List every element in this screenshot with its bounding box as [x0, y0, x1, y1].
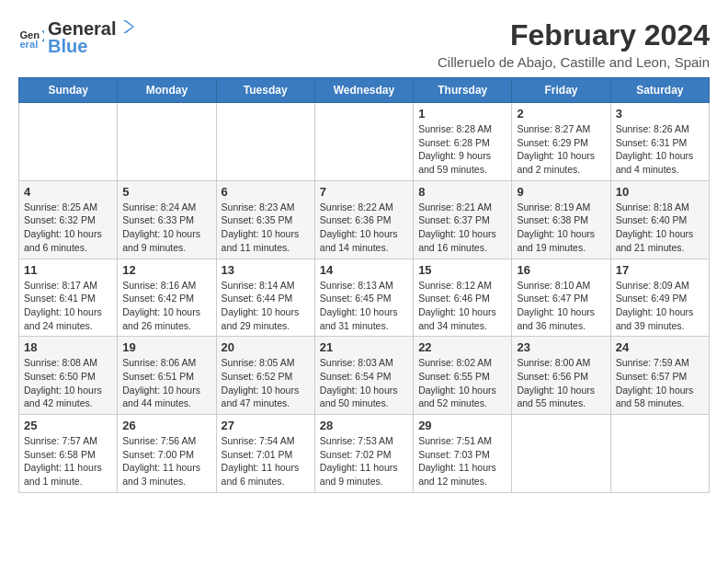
calendar-cell: 24Sunrise: 7:59 AMSunset: 6:57 PMDayligh…: [610, 337, 709, 415]
day-info: Sunrise: 8:12 AMSunset: 6:46 PMDaylight:…: [418, 279, 506, 333]
calendar-cell: 28Sunrise: 7:53 AMSunset: 7:02 PMDayligh…: [314, 415, 413, 493]
calendar-cell: 22Sunrise: 8:02 AMSunset: 6:55 PMDayligh…: [414, 337, 512, 415]
day-info: Sunrise: 8:02 AMSunset: 6:55 PMDaylight:…: [418, 356, 506, 410]
day-info: Sunrise: 8:27 AMSunset: 6:29 PMDaylight:…: [517, 122, 605, 177]
day-number: 24: [616, 340, 704, 354]
day-number: 17: [616, 263, 704, 277]
day-info: Sunrise: 8:14 AMSunset: 6:44 PMDaylight:…: [222, 279, 310, 333]
calendar-cell: 6Sunrise: 8:23 AMSunset: 6:35 PMDaylight…: [216, 180, 314, 259]
day-info: Sunrise: 7:57 AMSunset: 6:58 PMDaylight:…: [24, 434, 112, 488]
calendar-cell: 14Sunrise: 8:13 AMSunset: 6:45 PMDayligh…: [314, 259, 413, 337]
weekday-header-wednesday: Wednesday: [314, 78, 413, 103]
location-subtitle: Cilleruelo de Abajo, Castille and Leon, …: [438, 54, 710, 70]
day-number: 6: [222, 185, 310, 199]
day-number: 15: [418, 263, 506, 277]
calendar-cell: 26Sunrise: 7:56 AMSunset: 7:00 PMDayligh…: [118, 415, 216, 493]
day-info: Sunrise: 8:19 AMSunset: 6:38 PMDaylight:…: [517, 201, 605, 255]
calendar-cell: 27Sunrise: 7:54 AMSunset: 7:01 PMDayligh…: [216, 415, 314, 493]
day-number: 2: [517, 107, 605, 121]
calendar-cell: [118, 103, 216, 181]
calendar-week-row: 11Sunrise: 8:17 AMSunset: 6:41 PMDayligh…: [19, 259, 710, 337]
calendar-week-row: 4Sunrise: 8:25 AMSunset: 6:32 PMDaylight…: [19, 180, 710, 259]
calendar-cell: 21Sunrise: 8:03 AMSunset: 6:54 PMDayligh…: [314, 337, 413, 415]
day-number: 20: [222, 340, 310, 354]
calendar-cell: 8Sunrise: 8:21 AMSunset: 6:37 PMDaylight…: [414, 180, 512, 259]
day-info: Sunrise: 8:24 AMSunset: 6:33 PMDaylight:…: [122, 201, 210, 255]
day-number: 19: [122, 340, 210, 354]
calendar-cell: 1Sunrise: 8:28 AMSunset: 6:28 PMDaylight…: [414, 103, 512, 181]
day-number: 13: [222, 263, 310, 277]
day-info: Sunrise: 8:00 AMSunset: 6:56 PMDaylight:…: [517, 356, 605, 410]
calendar-cell: [512, 415, 610, 493]
day-info: Sunrise: 8:22 AMSunset: 6:36 PMDaylight:…: [320, 201, 408, 255]
svg-text:eral: eral: [19, 39, 38, 50]
day-info: Sunrise: 8:16 AMSunset: 6:42 PMDaylight:…: [122, 279, 210, 333]
day-number: 28: [320, 419, 408, 432]
calendar-cell: 12Sunrise: 8:16 AMSunset: 6:42 PMDayligh…: [118, 259, 216, 337]
calendar-cell: 13Sunrise: 8:14 AMSunset: 6:44 PMDayligh…: [216, 259, 314, 337]
calendar-cell: 4Sunrise: 8:25 AMSunset: 6:32 PMDaylight…: [19, 180, 118, 259]
logo-icon: Gen eral: [18, 25, 44, 51]
day-number: 1: [418, 107, 506, 121]
calendar-cell: 16Sunrise: 8:10 AMSunset: 6:47 PMDayligh…: [512, 259, 610, 337]
day-number: 5: [122, 185, 210, 199]
logo: Gen eral General Blue: [18, 18, 134, 57]
day-number: 16: [517, 263, 605, 277]
day-info: Sunrise: 7:56 AMSunset: 7:00 PMDaylight:…: [122, 434, 210, 488]
calendar-cell: 17Sunrise: 8:09 AMSunset: 6:49 PMDayligh…: [610, 259, 709, 337]
day-info: Sunrise: 8:26 AMSunset: 6:31 PMDaylight:…: [616, 122, 704, 177]
calendar-cell: 29Sunrise: 7:51 AMSunset: 7:03 PMDayligh…: [414, 415, 512, 493]
day-number: 18: [24, 340, 112, 354]
calendar-cell: [314, 103, 413, 181]
day-info: Sunrise: 8:18 AMSunset: 6:40 PMDaylight:…: [616, 201, 704, 255]
weekday-header-friday: Friday: [512, 78, 610, 103]
day-info: Sunrise: 8:21 AMSunset: 6:37 PMDaylight:…: [418, 201, 506, 255]
day-number: 26: [122, 419, 210, 432]
weekday-header-monday: Monday: [118, 78, 216, 103]
day-info: Sunrise: 8:10 AMSunset: 6:47 PMDaylight:…: [517, 279, 605, 333]
calendar-cell: 23Sunrise: 8:00 AMSunset: 6:56 PMDayligh…: [512, 337, 610, 415]
svg-marker-2: [41, 30, 44, 41]
day-number: 4: [24, 185, 112, 199]
day-info: Sunrise: 7:51 AMSunset: 7:03 PMDaylight:…: [418, 434, 506, 488]
calendar-cell: 19Sunrise: 8:06 AMSunset: 6:51 PMDayligh…: [118, 337, 216, 415]
weekday-header-sunday: Sunday: [19, 78, 118, 103]
calendar-week-row: 25Sunrise: 7:57 AMSunset: 6:58 PMDayligh…: [19, 415, 710, 493]
calendar-cell: 20Sunrise: 8:05 AMSunset: 6:52 PMDayligh…: [216, 337, 314, 415]
page-header: Gen eral General Blue February 2024 Cill…: [18, 18, 710, 70]
calendar-table: SundayMondayTuesdayWednesdayThursdayFrid…: [18, 77, 710, 493]
day-info: Sunrise: 7:59 AMSunset: 6:57 PMDaylight:…: [616, 356, 704, 410]
day-number: 3: [616, 107, 704, 121]
day-info: Sunrise: 8:08 AMSunset: 6:50 PMDaylight:…: [24, 356, 112, 410]
weekday-header-row: SundayMondayTuesdayWednesdayThursdayFrid…: [19, 78, 710, 103]
month-year-title: February 2024: [438, 18, 710, 52]
logo-arrow-icon: [118, 18, 134, 35]
title-block: February 2024 Cilleruelo de Abajo, Casti…: [438, 18, 710, 70]
day-number: 21: [320, 340, 408, 354]
calendar-week-row: 18Sunrise: 8:08 AMSunset: 6:50 PMDayligh…: [19, 337, 710, 415]
calendar-week-row: 1Sunrise: 8:28 AMSunset: 6:28 PMDaylight…: [19, 103, 710, 181]
calendar-cell: 18Sunrise: 8:08 AMSunset: 6:50 PMDayligh…: [19, 337, 118, 415]
day-number: 10: [616, 185, 704, 199]
calendar-cell: 5Sunrise: 8:24 AMSunset: 6:33 PMDaylight…: [118, 180, 216, 259]
weekday-header-saturday: Saturday: [610, 78, 709, 103]
calendar-cell: 11Sunrise: 8:17 AMSunset: 6:41 PMDayligh…: [19, 259, 118, 337]
day-info: Sunrise: 7:53 AMSunset: 7:02 PMDaylight:…: [320, 434, 408, 488]
day-number: 11: [24, 263, 112, 277]
calendar-cell: 2Sunrise: 8:27 AMSunset: 6:29 PMDaylight…: [512, 103, 610, 181]
day-info: Sunrise: 8:28 AMSunset: 6:28 PMDaylight:…: [418, 122, 506, 177]
day-info: Sunrise: 8:09 AMSunset: 6:49 PMDaylight:…: [616, 279, 704, 333]
calendar-cell: 9Sunrise: 8:19 AMSunset: 6:38 PMDaylight…: [512, 180, 610, 259]
day-info: Sunrise: 8:17 AMSunset: 6:41 PMDaylight:…: [24, 279, 112, 333]
day-info: Sunrise: 7:54 AMSunset: 7:01 PMDaylight:…: [222, 434, 310, 488]
day-info: Sunrise: 8:13 AMSunset: 6:45 PMDaylight:…: [320, 279, 408, 333]
day-number: 14: [320, 263, 408, 277]
day-number: 29: [418, 419, 506, 432]
calendar-cell: [19, 103, 118, 181]
svg-marker-3: [123, 20, 134, 33]
day-number: 25: [24, 419, 112, 432]
day-info: Sunrise: 8:05 AMSunset: 6:52 PMDaylight:…: [222, 356, 310, 410]
calendar-cell: 7Sunrise: 8:22 AMSunset: 6:36 PMDaylight…: [314, 180, 413, 259]
weekday-header-thursday: Thursday: [414, 78, 512, 103]
day-info: Sunrise: 8:03 AMSunset: 6:54 PMDaylight:…: [320, 356, 408, 410]
